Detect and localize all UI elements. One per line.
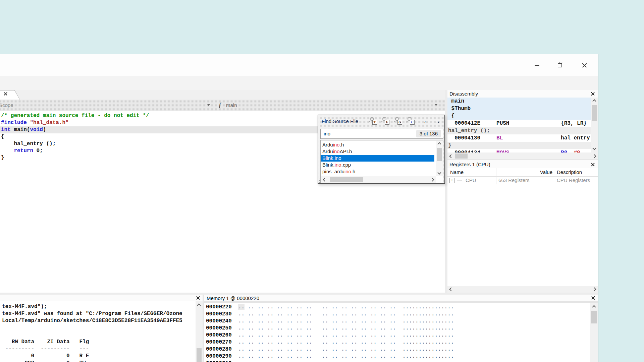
memory-row[interactable]: 00000270 .. .. .. .. .. .. .. .. .. .. .… [206, 339, 590, 346]
search-query: ino [324, 131, 330, 136]
memory-row[interactable]: 00000250 .. .. .. .. .. .. .. .. .. .. .… [206, 325, 590, 332]
search-global-button[interactable]: G [394, 117, 402, 125]
memory-row[interactable]: 00000220 .. .. .. .. .. .. .. .. .. .. .… [206, 304, 590, 311]
console-line[interactable]: 0 0 R E [2, 353, 196, 360]
disassembly-line[interactable]: 00004130 BL hal_entry [447, 134, 591, 142]
disassembly-hscrollbar[interactable] [447, 153, 598, 160]
scroll-left-icon[interactable] [449, 154, 453, 158]
memory-row[interactable]: 00000260 .. .. .. .. .. .. .. .. .. .. .… [206, 332, 590, 339]
console-line[interactable]: --------- --------- --- [2, 346, 196, 353]
scroll-up-icon[interactable] [437, 142, 441, 146]
console-line[interactable] [2, 331, 196, 339]
memory-row[interactable]: 00000230 .. .. .. .. .. .. .. .. .. .. .… [206, 311, 590, 318]
memory-panel[interactable]: 00000220 .. .. .. .. .. .. .. .. .. .. .… [204, 303, 590, 362]
disassembly-line[interactable]: 00004134 MOVS R0, #0 [447, 149, 591, 153]
scroll-right-icon[interactable] [592, 154, 596, 158]
registers-close-button[interactable] [591, 163, 595, 166]
title-bar [0, 54, 598, 76]
scroll-down-icon[interactable] [437, 171, 441, 174]
search-result-item[interactable]: pins_arduino.h [321, 168, 434, 175]
resize-grip[interactable] [319, 179, 322, 183]
search-result-item[interactable]: Arduino.h [321, 141, 434, 148]
scroll-down-icon[interactable] [592, 146, 596, 150]
scroll-right-icon[interactable] [430, 178, 434, 181]
results-vscrollbar[interactable] [436, 141, 443, 176]
scroll-up-icon[interactable] [592, 99, 596, 103]
registers-row-cpu[interactable]: + CPU 663 Registers CPU Registers [447, 176, 598, 184]
search-code-button[interactable]: C [407, 117, 415, 125]
restore-button[interactable] [555, 60, 565, 70]
console-panel[interactable]: tex-M4F.svd");tex-M4F.svd" was found at … [0, 301, 196, 362]
memory-vscrollbar[interactable] [590, 303, 598, 362]
tab-close-icon [4, 92, 7, 96]
scroll-up-icon[interactable] [592, 305, 596, 309]
disassembly-line[interactable]: main [447, 98, 591, 105]
function-dropdown-icon[interactable] [435, 104, 437, 106]
search-result-item[interactable]: Blink.ino.cpp [321, 162, 434, 168]
scroll-thumb[interactable] [455, 154, 468, 159]
console-line[interactable]: RW Data ZI Data Flg [2, 339, 196, 346]
column-name[interactable]: Name [450, 169, 464, 175]
disassembly-line[interactable]: { [447, 112, 591, 120]
memory-row[interactable]: 000002A0 .. .. .. .. .. .. .. .. .. .. .… [206, 360, 590, 362]
find-source-file-dialog: Find Source File T F G C ← → ino 3 of 13… [318, 115, 445, 184]
scroll-thumb[interactable] [330, 177, 363, 182]
search-file-button[interactable]: F [381, 117, 389, 125]
search-result-item[interactable]: ArduinoAPI.h [321, 148, 434, 155]
console-line[interactable]: 200 0 RW [2, 360, 196, 362]
registers-column-header[interactable]: Name Value Description [447, 168, 598, 177]
console-vscrollbar[interactable] [196, 301, 203, 362]
function-name: main [226, 102, 237, 108]
register-value: 663 Registers [498, 177, 530, 183]
next-match-button[interactable]: → [434, 117, 440, 125]
memory-row[interactable]: 00000280 .. .. .. .. .. .. .. .. .. .. .… [206, 346, 590, 353]
search-input[interactable]: ino 3 of 136 [320, 129, 443, 139]
close-window-button[interactable] [579, 60, 589, 70]
console-close-button[interactable] [196, 296, 200, 300]
scroll-thumb[interactable] [437, 148, 442, 161]
function-icon: f [219, 102, 221, 108]
console-line[interactable] [2, 324, 196, 331]
close-icon [582, 63, 587, 68]
minimize-icon [535, 65, 539, 66]
disassembly-panel[interactable]: main $Thumb { 0000412E PUSH {R3, LR}hal_… [447, 98, 598, 153]
memory-row[interactable]: 00000240 .. .. .. .. .. .. .. .. .. .. .… [206, 318, 590, 325]
disassembly-line[interactable]: hal_entry (); [447, 127, 591, 134]
minimize-button[interactable] [532, 60, 542, 70]
register-name: CPU [466, 177, 476, 183]
scope-bar: Scope f main [0, 100, 445, 111]
memory-row[interactable]: 00000290 .. .. .. .. .. .. .. .. .. .. .… [206, 353, 590, 360]
disassembly-close-button[interactable] [591, 92, 595, 96]
memory-title: Memory 1 @ 00000220 [207, 295, 259, 301]
disassembly-line[interactable]: 0000412E PUSH {R3, LR} [447, 120, 591, 127]
scroll-thumb[interactable] [197, 348, 202, 362]
console-line[interactable]: tex-M4F.svd" was found at "C:/Program Fi… [2, 310, 196, 317]
search-result-item[interactable]: Blink.ino [321, 155, 434, 162]
search-results-list[interactable]: Arduino.hArduinoAPI.hBlink.inoBlink.ino.… [320, 140, 443, 183]
scroll-up-icon[interactable] [197, 303, 201, 307]
results-hscrollbar[interactable] [321, 176, 436, 183]
previous-match-button[interactable]: ← [423, 117, 430, 125]
expand-icon[interactable]: + [449, 178, 454, 183]
search-type-button[interactable]: T [369, 117, 377, 125]
disassembly-line[interactable]: } [447, 142, 591, 149]
console-line[interactable]: tex-M4F.svd"); [2, 303, 196, 310]
disassembly-vscrollbar[interactable] [591, 98, 598, 153]
memory-close-button[interactable] [591, 296, 595, 300]
disassembly-line[interactable]: $Thumb [447, 105, 591, 112]
registers-hscrollbar[interactable] [447, 286, 598, 293]
column-value[interactable]: Value [496, 169, 552, 175]
editor-tab-strip [0, 90, 445, 100]
scroll-left-icon[interactable] [449, 287, 453, 291]
scroll-thumb[interactable] [591, 311, 597, 323]
scope-label: Scope [0, 102, 13, 108]
scope-dropdown-icon[interactable] [207, 104, 210, 106]
scope-separator [214, 100, 214, 110]
vertical-splitter[interactable] [445, 90, 447, 293]
desktop: Scope f main /* generated main source fi… [0, 0, 644, 362]
scroll-right-icon[interactable] [592, 287, 596, 291]
column-description[interactable]: Description [557, 169, 582, 175]
scroll-thumb[interactable] [592, 105, 597, 121]
scroll-left-icon[interactable] [323, 178, 326, 181]
console-line[interactable]: Local/Temp/arduino/sketches/C18E8C3D5E28… [2, 317, 196, 324]
